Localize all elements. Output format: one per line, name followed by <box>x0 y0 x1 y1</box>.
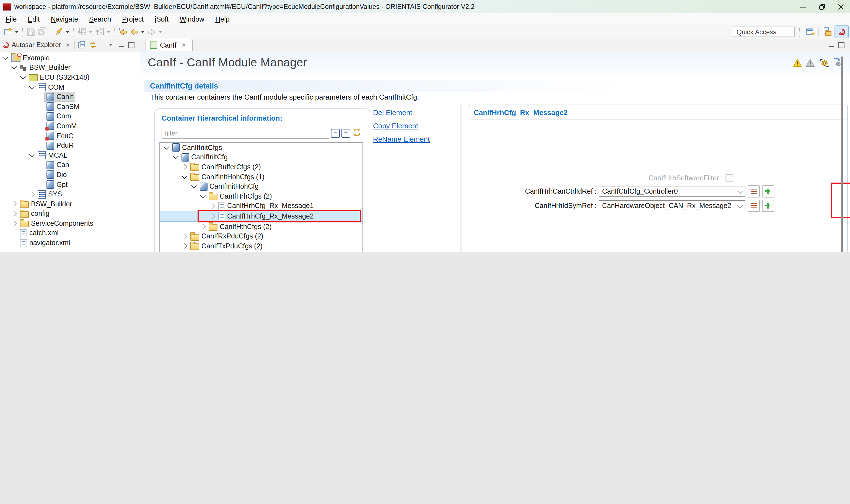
tree-item-pdur[interactable]: PduR <box>0 141 140 150</box>
tree-item-canif[interactable]: CanIf <box>0 92 140 102</box>
menu-item-project[interactable]: Project <box>117 14 149 24</box>
chevron-down-icon[interactable] <box>738 203 743 208</box>
close-editor-icon[interactable]: ✕ <box>181 42 186 48</box>
tree-item-servicecomponents[interactable]: ServiceComponents <box>0 218 140 228</box>
link-copy-element[interactable]: Copy Element <box>373 122 467 130</box>
chevron-down-icon[interactable] <box>173 154 178 159</box>
save-all-icon[interactable] <box>37 26 48 37</box>
chevron-down-icon[interactable] <box>738 188 743 194</box>
save-icon[interactable] <box>25 26 37 37</box>
browse-list-button[interactable] <box>748 200 760 212</box>
editor-vertical-scrollbar[interactable] <box>841 56 843 252</box>
collapse-tree-icon[interactable]: − <box>331 129 340 138</box>
editor-splitter[interactable] <box>460 104 462 252</box>
close-window-button[interactable] <box>831 0 850 13</box>
menu-item-help[interactable]: Help <box>210 14 235 24</box>
browse-list-button[interactable] <box>748 185 760 198</box>
chevron-right-icon[interactable] <box>11 221 17 226</box>
tree-item-canifhrhcfg-rx-message2[interactable]: CanIfHrhCfg_Rx_Message2 <box>160 211 362 221</box>
tree-item-canifhrhcfgs-2-[interactable]: CanIfHrhCfgs (2) <box>160 192 362 201</box>
chevron-down-icon[interactable] <box>163 144 169 150</box>
chevron-right-icon[interactable] <box>209 214 215 219</box>
chevron-right-icon[interactable] <box>11 211 17 217</box>
chevron-down-icon[interactable] <box>11 64 17 70</box>
chevron-right-icon[interactable] <box>29 192 35 197</box>
export-icon[interactable] <box>94 26 105 37</box>
pen-tool-icon[interactable] <box>53 26 64 37</box>
tree-item-can[interactable]: Can <box>0 160 140 170</box>
tree-item-caniftxpducfgs-2-[interactable]: CanIfTxPduCfgs (2) <box>160 241 362 251</box>
orientais-perspective-button[interactable] <box>834 25 849 38</box>
tree-item-mcal[interactable]: MCAL <box>0 150 140 160</box>
generate-code-icon[interactable] <box>833 58 842 68</box>
minimize-view-icon[interactable] <box>119 43 124 47</box>
chevron-right-icon[interactable] <box>182 244 187 249</box>
menu-item-isoft[interactable]: iSoft <box>149 14 174 24</box>
tree-item-com[interactable]: COM <box>0 83 140 92</box>
tree-item-navigator-xml[interactable]: navigator.xml <box>0 238 140 248</box>
filter-input[interactable]: filter <box>162 128 329 139</box>
collapse-all-icon[interactable] <box>78 41 86 49</box>
tree-item-ecu-s32k148-[interactable]: ECU (S32K148) <box>0 72 140 82</box>
forward-icon[interactable] <box>146 26 157 37</box>
reference-combobox[interactable]: CanIfCtrlCfg_Controller0 <box>599 186 745 197</box>
tree-item-canifhthcfgs-2-[interactable]: CanIfHthCfgs (2) <box>160 222 362 232</box>
resource-perspective-icon[interactable] <box>822 26 833 37</box>
tree-item-config[interactable]: config <box>0 209 140 218</box>
back-dropdown[interactable] <box>141 31 144 33</box>
chevron-down-icon[interactable] <box>20 74 26 79</box>
back-icon[interactable] <box>128 26 139 37</box>
pen-tool-dropdown[interactable] <box>66 31 69 33</box>
tree-item-catch-xml[interactable]: catch.xml <box>0 228 140 238</box>
maximize-view-icon[interactable] <box>128 42 135 48</box>
minimize-window-button[interactable] <box>794 0 812 13</box>
quick-access-input[interactable]: Quick Access <box>733 26 795 37</box>
warning-disabled-icon[interactable] <box>806 59 815 67</box>
tree-item-canifrxpducfgs-2-[interactable]: CanIfRxPduCfgs (2) <box>160 232 362 241</box>
menu-item-navigate[interactable]: Navigate <box>45 14 84 24</box>
last-edit-location-icon[interactable] <box>117 26 128 37</box>
chevron-right-icon[interactable] <box>182 233 187 239</box>
menu-item-window[interactable]: Window <box>174 14 210 24</box>
forward-dropdown[interactable] <box>159 31 162 33</box>
new-wizard-dropdown[interactable] <box>15 31 18 33</box>
tree-item-canifbuffercfgs-2-[interactable]: CanIfBufferCfgs (2) <box>160 162 362 172</box>
close-view-icon[interactable]: ✕ <box>66 42 70 48</box>
open-perspective-icon[interactable] <box>804 26 816 37</box>
view-menu-icon[interactable] <box>109 44 112 46</box>
generate-sync-icon[interactable] <box>819 58 829 68</box>
tree-item-canifinithohcfg[interactable]: CanIfInitHohCfg <box>160 182 362 192</box>
tree-item-canifhrhcfg-rx-message1[interactable]: CanIfHrhCfg_Rx_Message1 <box>160 201 362 211</box>
menu-item-edit[interactable]: Edit <box>22 14 45 24</box>
link-del-element[interactable]: Del Element <box>373 108 467 117</box>
reference-combobox[interactable]: CanHardwareObject_CAN_Rx_Message2 <box>599 200 745 211</box>
chevron-down-icon[interactable] <box>29 84 35 89</box>
tree-item-canifinitcfg[interactable]: CanIfInitCfg <box>160 152 362 162</box>
export-dropdown[interactable] <box>107 31 110 33</box>
tree-item-ecuc[interactable]: EcuC <box>0 131 140 141</box>
minimize-editor-icon[interactable] <box>829 43 834 47</box>
link-with-editor-icon[interactable] <box>89 41 98 49</box>
add-reference-button[interactable] <box>762 185 774 198</box>
import-icon[interactable] <box>76 26 87 37</box>
chevron-down-icon[interactable] <box>2 54 8 60</box>
tree-item-com[interactable]: Com <box>0 111 140 121</box>
expand-tree-icon[interactable]: + <box>341 129 350 138</box>
new-wizard-icon[interactable] <box>2 26 13 37</box>
chevron-down-icon[interactable] <box>200 193 206 198</box>
tree-item-comm[interactable]: ComM <box>0 121 140 131</box>
link-rename-element[interactable]: ReName Element <box>373 135 467 143</box>
tree-item-canifinitcfgs[interactable]: CanIfInitCfgs <box>160 143 362 152</box>
tree-item-gpt[interactable]: Gpt <box>0 180 140 189</box>
chevron-down-icon[interactable] <box>182 173 187 179</box>
warning-icon[interactable] <box>793 59 802 67</box>
chevron-right-icon[interactable] <box>11 201 17 207</box>
chevron-down-icon[interactable] <box>191 183 196 188</box>
chevron-down-icon[interactable] <box>29 152 35 157</box>
tree-item-example[interactable]: Example <box>0 53 140 63</box>
menu-item-file[interactable]: File <box>0 14 22 24</box>
chevron-right-icon[interactable] <box>200 224 206 229</box>
tree-item-dio[interactable]: Dio <box>0 170 140 180</box>
refresh-tree-icon[interactable] <box>353 128 361 137</box>
menu-item-search[interactable]: Search <box>84 14 117 24</box>
